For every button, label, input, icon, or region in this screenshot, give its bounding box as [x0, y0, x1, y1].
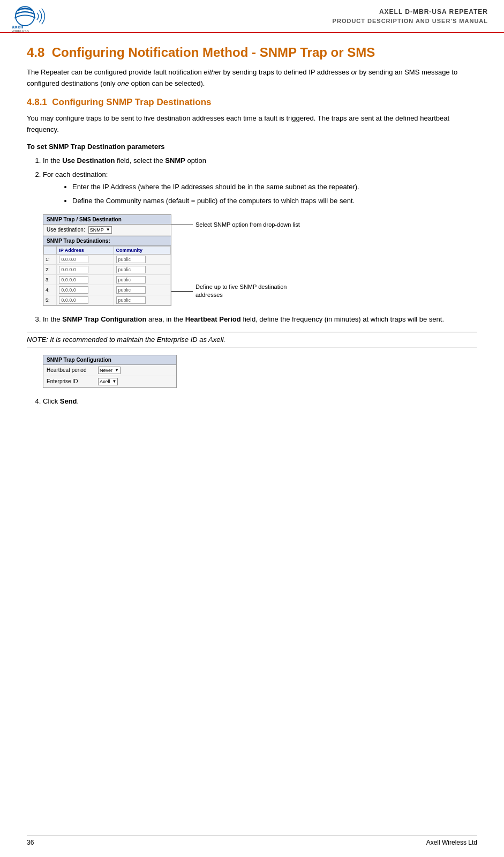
row-community[interactable]: public	[114, 274, 170, 285]
product-title: AXELL D-MBR-USA REPEATER	[333, 8, 488, 16]
use-destination-row: Use destination: SNMP ▼	[43, 225, 171, 236]
annotation-top: Select SNMP option from drop-down list	[171, 221, 300, 229]
trap-destinations-title: SNMP Trap Destinations:	[43, 236, 171, 246]
enterprise-row: Enterprise ID Axell ▼	[43, 376, 176, 387]
step-4-list: Click Send.	[43, 396, 477, 407]
col-community: Community	[114, 246, 170, 254]
annotation-bottom: Define up to five SNMP destination addre…	[171, 283, 300, 300]
axell-logo: axell WIRELESS	[11, 5, 54, 32]
company-name: Axell Wireless Ltd	[426, 839, 477, 846]
use-destination-label: Use destination:	[47, 227, 85, 233]
step-list: In the Use Destination field, select the…	[43, 155, 477, 206]
use-destination-select[interactable]: SNMP ▼	[88, 226, 112, 234]
row-community[interactable]: public	[114, 264, 170, 274]
col-num	[44, 246, 57, 254]
snmp-screenshot-area: SNMP Trap / SMS Destination Use destinat…	[43, 214, 477, 306]
row-num: 2:	[44, 264, 57, 274]
row-ip[interactable]: 0.0.0.0	[57, 274, 114, 285]
bullet-2: Define the Community names (default = pu…	[72, 195, 477, 207]
row-community[interactable]: public	[114, 295, 170, 305]
intro-paragraph: The Repeater can be configured provide f…	[27, 67, 477, 90]
trap-config-panel: SNMP Trap Configuration Heartbeat period…	[43, 355, 177, 388]
page-number: 36	[27, 839, 34, 846]
subsection-description: You may configure traps to be sent to fi…	[27, 113, 477, 136]
snmp-panel-title: SNMP Trap / SMS Destination	[43, 215, 171, 225]
row-ip[interactable]: 0.0.0.0	[57, 285, 114, 295]
annotations-col: Select SNMP option from drop-down list D…	[171, 214, 300, 306]
snmp-destinations-table: IP Address Community 1: 0.0.0.0 public 2…	[43, 246, 171, 305]
snmp-panel-wrapper: SNMP Trap / SMS Destination Use destinat…	[43, 214, 171, 306]
row-ip[interactable]: 0.0.0.0	[57, 295, 114, 305]
step-3-list: In the SNMP Trap Configuration area, in …	[43, 314, 477, 325]
dropdown-arrow-icon: ▼	[106, 227, 110, 232]
note-box: NOTE: It is recommended to maintain the …	[27, 332, 477, 347]
row-num: 3:	[44, 274, 57, 285]
svg-text:WIRELESS: WIRELESS	[12, 29, 29, 32]
row-ip[interactable]: 0.0.0.0	[57, 254, 114, 264]
heartbeat-label: Heartbeat period	[47, 367, 95, 373]
heartbeat-select[interactable]: Never ▼	[98, 367, 121, 374]
instruction-heading: To set SNMP Trap Destination parameters	[27, 143, 477, 151]
enterprise-dropdown-arrow-icon: ▼	[112, 379, 117, 384]
row-ip[interactable]: 0.0.0.0	[57, 264, 114, 274]
snmp-panel: SNMP Trap / SMS Destination Use destinat…	[43, 214, 171, 306]
row-community[interactable]: public	[114, 254, 170, 264]
section-heading: 4.8 Configuring Notification Method - SN…	[27, 44, 477, 61]
enterprise-label: Enterprise ID	[47, 378, 95, 384]
table-row: 2: 0.0.0.0 public	[44, 264, 171, 274]
subsection-heading: 4.8.1 Configuring SNMP Trap Destinations	[27, 97, 477, 108]
heartbeat-row: Heartbeat period Never ▼	[43, 365, 176, 376]
step-1: In the Use Destination field, select the…	[43, 155, 477, 167]
col-ip: IP Address	[57, 246, 114, 254]
page-footer: 36 Axell Wireless Ltd	[27, 835, 477, 846]
bullet-1: Enter the IP Address (where the IP addre…	[72, 181, 477, 193]
table-row: 1: 0.0.0.0 public	[44, 254, 171, 264]
row-num: 4:	[44, 285, 57, 295]
connector-line-top	[171, 225, 193, 225]
table-row: 3: 0.0.0.0 public	[44, 274, 171, 285]
step-3: In the SNMP Trap Configuration area, in …	[43, 314, 477, 325]
annotation-top-text: Select SNMP option from drop-down list	[193, 221, 300, 229]
trap-config-title: SNMP Trap Configuration	[43, 355, 176, 365]
main-content: 4.8 Configuring Notification Method - SN…	[0, 33, 504, 429]
table-header-row: IP Address Community	[44, 246, 171, 254]
logo-area: axell WIRELESS	[11, 5, 54, 32]
bullet-list: Enter the IP Address (where the IP addre…	[72, 181, 477, 207]
connector-line-bottom	[171, 291, 193, 292]
page-header: axell WIRELESS AXELL D-MBR-USA REPEATER …	[0, 0, 504, 33]
row-num: 1:	[44, 254, 57, 264]
manual-subtitle: PRODUCT DESCRIPTION AND USER'S MANUAL	[333, 18, 488, 24]
step-2: For each destination: Enter the IP Addre…	[43, 169, 477, 206]
row-num: 5:	[44, 295, 57, 305]
heartbeat-dropdown-arrow-icon: ▼	[115, 368, 119, 372]
header-text: AXELL D-MBR-USA REPEATER PRODUCT DESCRIP…	[333, 5, 488, 24]
step-4: Click Send.	[43, 396, 477, 407]
row-community[interactable]: public	[114, 285, 170, 295]
annotation-bottom-text: Define up to five SNMP destination addre…	[193, 283, 300, 300]
enterprise-select[interactable]: Axell ▼	[98, 378, 118, 385]
table-row: 4: 0.0.0.0 public	[44, 285, 171, 295]
table-row: 5: 0.0.0.0 public	[44, 295, 171, 305]
trap-config-screenshot: SNMP Trap Configuration Heartbeat period…	[43, 355, 477, 388]
